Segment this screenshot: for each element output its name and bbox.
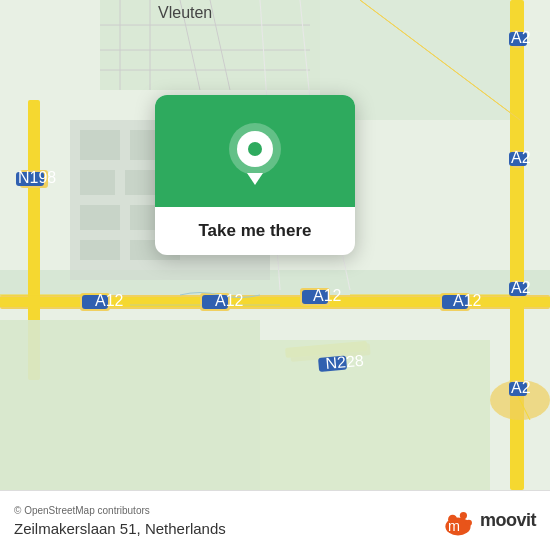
svg-point-64 [460, 512, 467, 519]
svg-text:m: m [448, 517, 460, 533]
svg-point-65 [466, 519, 472, 525]
moovit-text: moovit [480, 510, 536, 531]
map-container: A12 A12 A12 A12 N228 A2 A2 A2 A2 N198 Vl… [0, 0, 550, 490]
svg-text:N198: N198 [18, 169, 56, 186]
svg-rect-39 [260, 340, 490, 490]
pin-inner-circle [237, 131, 273, 167]
svg-rect-27 [80, 130, 120, 160]
take-me-there-button[interactable]: Take me there [182, 207, 327, 255]
svg-text:N228: N228 [325, 352, 365, 372]
pin-tail [247, 173, 263, 185]
svg-text:A12: A12 [95, 292, 124, 309]
svg-text:A12: A12 [453, 292, 482, 309]
osm-credit: © OpenStreetMap contributors [14, 505, 226, 516]
svg-text:Vleuten: Vleuten [158, 4, 212, 21]
svg-text:A12: A12 [215, 292, 244, 309]
svg-rect-38 [0, 320, 260, 490]
svg-text:A2: A2 [511, 149, 531, 166]
svg-text:A2: A2 [511, 279, 531, 296]
location-pin-container [229, 123, 281, 185]
moovit-icon: m [440, 503, 476, 539]
pin-dot [248, 142, 262, 156]
svg-rect-33 [80, 205, 120, 230]
svg-rect-30 [80, 170, 115, 195]
popup-green-area [155, 95, 355, 207]
svg-text:A2: A2 [511, 379, 531, 396]
popup-card: Take me there [155, 95, 355, 255]
footer-left: © OpenStreetMap contributors Zeilmakersl… [14, 505, 226, 537]
svg-text:A12: A12 [313, 287, 342, 304]
svg-text:A2: A2 [511, 29, 531, 46]
pin-outer-circle [229, 123, 281, 175]
footer: © OpenStreetMap contributors Zeilmakersl… [0, 490, 550, 550]
address-label: Zeilmakerslaan 51, Netherlands [14, 520, 226, 537]
svg-rect-36 [80, 240, 120, 260]
moovit-logo: m moovit [440, 503, 536, 539]
